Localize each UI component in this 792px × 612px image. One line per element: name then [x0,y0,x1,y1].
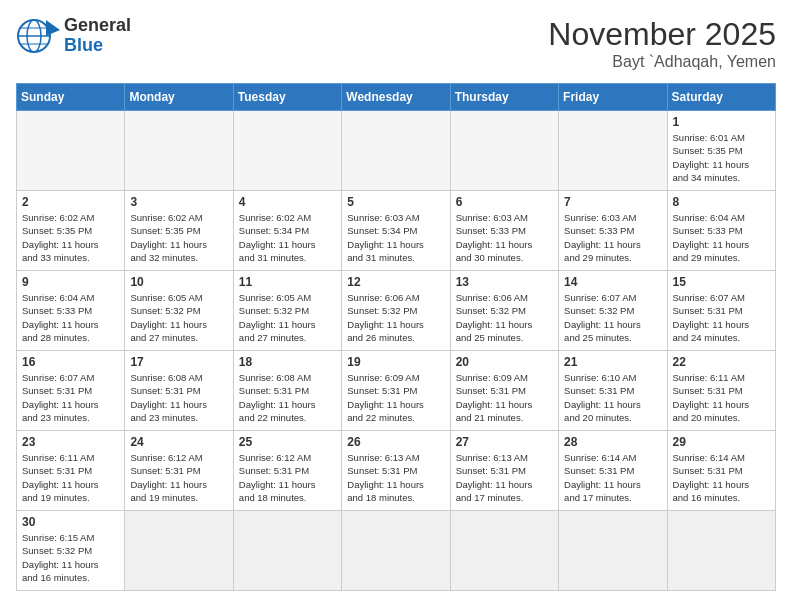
day-number: 29 [673,435,770,449]
calendar-cell [342,111,450,191]
day-info: Sunrise: 6:10 AM Sunset: 5:31 PM Dayligh… [564,371,661,424]
calendar-cell: 26Sunrise: 6:13 AM Sunset: 5:31 PM Dayli… [342,431,450,511]
day-number: 15 [673,275,770,289]
day-info: Sunrise: 6:08 AM Sunset: 5:31 PM Dayligh… [239,371,336,424]
day-info: Sunrise: 6:12 AM Sunset: 5:31 PM Dayligh… [130,451,227,504]
day-header-friday: Friday [559,84,667,111]
calendar-cell: 16Sunrise: 6:07 AM Sunset: 5:31 PM Dayli… [17,351,125,431]
day-number: 6 [456,195,553,209]
day-info: Sunrise: 6:06 AM Sunset: 5:32 PM Dayligh… [456,291,553,344]
calendar-cell: 15Sunrise: 6:07 AM Sunset: 5:31 PM Dayli… [667,271,775,351]
calendar-cell: 3Sunrise: 6:02 AM Sunset: 5:35 PM Daylig… [125,191,233,271]
calendar-cell: 11Sunrise: 6:05 AM Sunset: 5:32 PM Dayli… [233,271,341,351]
svg-marker-5 [46,20,60,36]
calendar-cell: 19Sunrise: 6:09 AM Sunset: 5:31 PM Dayli… [342,351,450,431]
day-number: 16 [22,355,119,369]
day-number: 27 [456,435,553,449]
day-info: Sunrise: 6:08 AM Sunset: 5:31 PM Dayligh… [130,371,227,424]
day-info: Sunrise: 6:09 AM Sunset: 5:31 PM Dayligh… [456,371,553,424]
day-number: 10 [130,275,227,289]
day-number: 1 [673,115,770,129]
day-number: 30 [22,515,119,529]
calendar-table: SundayMondayTuesdayWednesdayThursdayFrid… [16,83,776,591]
calendar-cell: 5Sunrise: 6:03 AM Sunset: 5:34 PM Daylig… [342,191,450,271]
page-title: November 2025 [548,16,776,53]
day-info: Sunrise: 6:12 AM Sunset: 5:31 PM Dayligh… [239,451,336,504]
logo-icon [16,16,60,56]
day-info: Sunrise: 6:02 AM Sunset: 5:35 PM Dayligh… [130,211,227,264]
calendar-cell: 7Sunrise: 6:03 AM Sunset: 5:33 PM Daylig… [559,191,667,271]
calendar-cell: 6Sunrise: 6:03 AM Sunset: 5:33 PM Daylig… [450,191,558,271]
day-info: Sunrise: 6:02 AM Sunset: 5:34 PM Dayligh… [239,211,336,264]
calendar-cell: 17Sunrise: 6:08 AM Sunset: 5:31 PM Dayli… [125,351,233,431]
day-number: 25 [239,435,336,449]
day-header-wednesday: Wednesday [342,84,450,111]
calendar-cell [667,511,775,591]
page-subtitle: Bayt `Adhaqah, Yemen [548,53,776,71]
day-header-monday: Monday [125,84,233,111]
day-info: Sunrise: 6:13 AM Sunset: 5:31 PM Dayligh… [347,451,444,504]
calendar-cell: 2Sunrise: 6:02 AM Sunset: 5:35 PM Daylig… [17,191,125,271]
day-info: Sunrise: 6:15 AM Sunset: 5:32 PM Dayligh… [22,531,119,584]
calendar-header: SundayMondayTuesdayWednesdayThursdayFrid… [17,84,776,111]
calendar-cell: 10Sunrise: 6:05 AM Sunset: 5:32 PM Dayli… [125,271,233,351]
calendar-cell: 23Sunrise: 6:11 AM Sunset: 5:31 PM Dayli… [17,431,125,511]
day-info: Sunrise: 6:03 AM Sunset: 5:34 PM Dayligh… [347,211,444,264]
day-info: Sunrise: 6:07 AM Sunset: 5:31 PM Dayligh… [673,291,770,344]
calendar-week-row: 23Sunrise: 6:11 AM Sunset: 5:31 PM Dayli… [17,431,776,511]
day-header-tuesday: Tuesday [233,84,341,111]
day-number: 2 [22,195,119,209]
calendar-week-row: 30Sunrise: 6:15 AM Sunset: 5:32 PM Dayli… [17,511,776,591]
calendar-week-row: 2Sunrise: 6:02 AM Sunset: 5:35 PM Daylig… [17,191,776,271]
day-info: Sunrise: 6:07 AM Sunset: 5:32 PM Dayligh… [564,291,661,344]
day-info: Sunrise: 6:14 AM Sunset: 5:31 PM Dayligh… [564,451,661,504]
day-number: 24 [130,435,227,449]
calendar-cell [17,111,125,191]
calendar-cell [559,511,667,591]
day-info: Sunrise: 6:11 AM Sunset: 5:31 PM Dayligh… [22,451,119,504]
calendar-cell: 24Sunrise: 6:12 AM Sunset: 5:31 PM Dayli… [125,431,233,511]
day-info: Sunrise: 6:03 AM Sunset: 5:33 PM Dayligh… [564,211,661,264]
day-info: Sunrise: 6:14 AM Sunset: 5:31 PM Dayligh… [673,451,770,504]
day-number: 14 [564,275,661,289]
calendar-week-row: 16Sunrise: 6:07 AM Sunset: 5:31 PM Dayli… [17,351,776,431]
logo-general-text: General [64,16,131,36]
calendar-cell: 18Sunrise: 6:08 AM Sunset: 5:31 PM Dayli… [233,351,341,431]
calendar-cell: 1Sunrise: 6:01 AM Sunset: 5:35 PM Daylig… [667,111,775,191]
day-number: 18 [239,355,336,369]
logo-blue-text: Blue [64,36,131,56]
day-number: 23 [22,435,119,449]
calendar-cell: 9Sunrise: 6:04 AM Sunset: 5:33 PM Daylig… [17,271,125,351]
calendar-body: 1Sunrise: 6:01 AM Sunset: 5:35 PM Daylig… [17,111,776,591]
day-info: Sunrise: 6:09 AM Sunset: 5:31 PM Dayligh… [347,371,444,424]
day-number: 28 [564,435,661,449]
calendar-cell: 8Sunrise: 6:04 AM Sunset: 5:33 PM Daylig… [667,191,775,271]
day-info: Sunrise: 6:03 AM Sunset: 5:33 PM Dayligh… [456,211,553,264]
day-number: 26 [347,435,444,449]
day-info: Sunrise: 6:04 AM Sunset: 5:33 PM Dayligh… [22,291,119,344]
day-info: Sunrise: 6:01 AM Sunset: 5:35 PM Dayligh… [673,131,770,184]
calendar-cell [233,511,341,591]
day-info: Sunrise: 6:13 AM Sunset: 5:31 PM Dayligh… [456,451,553,504]
day-number: 11 [239,275,336,289]
calendar-cell: 21Sunrise: 6:10 AM Sunset: 5:31 PM Dayli… [559,351,667,431]
calendar-cell [559,111,667,191]
page-header: General Blue November 2025 Bayt `Adhaqah… [16,16,776,71]
days-of-week-row: SundayMondayTuesdayWednesdayThursdayFrid… [17,84,776,111]
day-number: 17 [130,355,227,369]
calendar-cell: 27Sunrise: 6:13 AM Sunset: 5:31 PM Dayli… [450,431,558,511]
calendar-cell: 30Sunrise: 6:15 AM Sunset: 5:32 PM Dayli… [17,511,125,591]
calendar-week-row: 1Sunrise: 6:01 AM Sunset: 5:35 PM Daylig… [17,111,776,191]
day-info: Sunrise: 6:11 AM Sunset: 5:31 PM Dayligh… [673,371,770,424]
day-number: 3 [130,195,227,209]
day-number: 13 [456,275,553,289]
calendar-cell [450,511,558,591]
calendar-cell: 25Sunrise: 6:12 AM Sunset: 5:31 PM Dayli… [233,431,341,511]
day-header-saturday: Saturday [667,84,775,111]
calendar-cell: 12Sunrise: 6:06 AM Sunset: 5:32 PM Dayli… [342,271,450,351]
day-info: Sunrise: 6:04 AM Sunset: 5:33 PM Dayligh… [673,211,770,264]
calendar-cell: 29Sunrise: 6:14 AM Sunset: 5:31 PM Dayli… [667,431,775,511]
day-info: Sunrise: 6:02 AM Sunset: 5:35 PM Dayligh… [22,211,119,264]
calendar-cell: 28Sunrise: 6:14 AM Sunset: 5:31 PM Dayli… [559,431,667,511]
calendar-week-row: 9Sunrise: 6:04 AM Sunset: 5:33 PM Daylig… [17,271,776,351]
